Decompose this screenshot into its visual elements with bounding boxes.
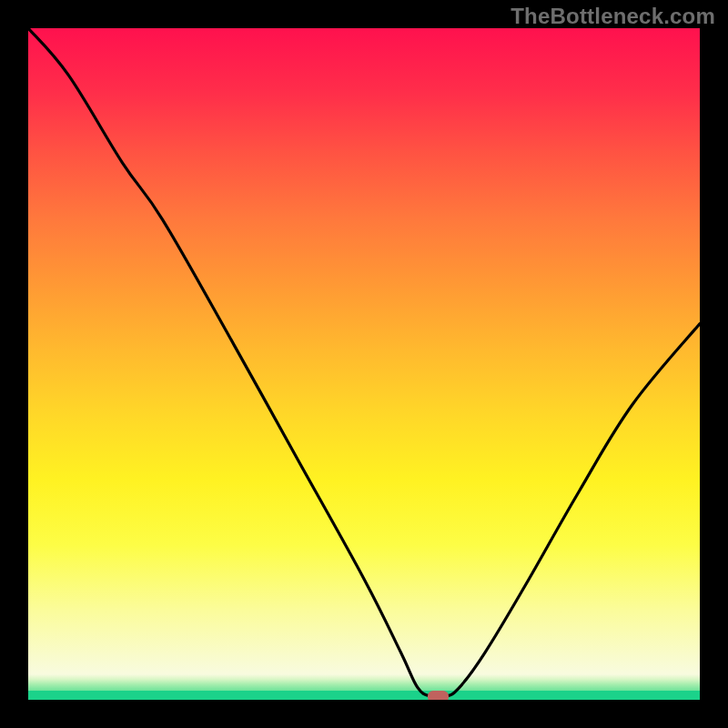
- chart-frame: TheBottleneck.com: [0, 0, 728, 728]
- bottleneck-curve: [28, 28, 700, 700]
- plot-area: [28, 28, 700, 700]
- optimal-point-marker: [428, 691, 449, 700]
- watermark-text: TheBottleneck.com: [511, 4, 715, 29]
- curve-path: [28, 28, 700, 698]
